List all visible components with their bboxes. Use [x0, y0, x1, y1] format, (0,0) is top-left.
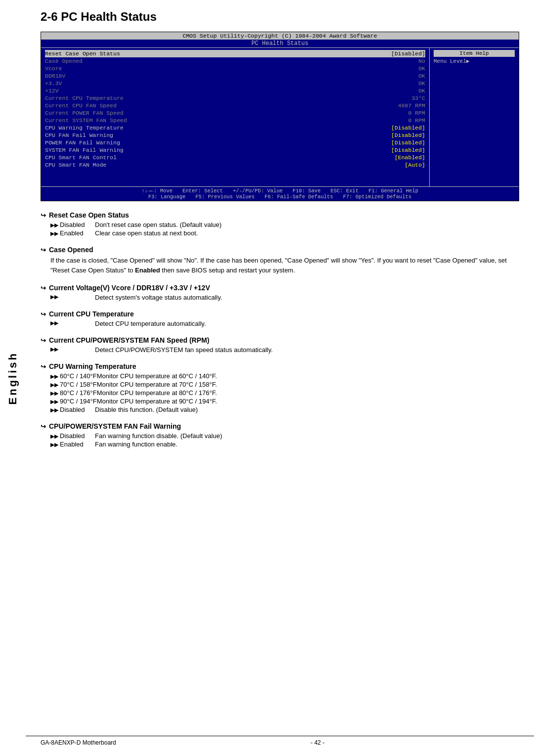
bios-row-value-15: [Auto]: [405, 162, 425, 168]
bios-row-2[interactable]: Vcore OK: [45, 65, 425, 72]
english-sidebar: English: [0, 0, 26, 756]
bios-row-label-8: Current POWER FAN Speed: [45, 110, 124, 116]
double-arrow-cpu-temp: ▶▶: [50, 320, 58, 326]
section-reset-case: ↪ Reset Case Open Status ▶▶ Disabled Don…: [41, 211, 519, 237]
desc-text-disabled-temp: Disable this function. (Default value): [95, 406, 519, 413]
section-voltage-title-text: Current Voltage(V) Vcore / DDR18V / +3.3…: [49, 284, 210, 292]
bios-row-label-14: CPU Smart FAN Control: [45, 154, 117, 161]
nav-language: F3: Language: [148, 194, 186, 200]
double-arrow-fan-enabled: ▶▶: [50, 442, 58, 448]
bios-row-12[interactable]: POWER FAN Fail Warning [Disabled]: [45, 139, 425, 146]
nav-exit: ESC: Exit: [330, 188, 358, 194]
bios-title-bar: CMOS Setup Utility-Copyright (C) 1984-20…: [41, 32, 519, 40]
bios-row-0[interactable]: Reset Case Open Status [Disabled]: [45, 50, 425, 57]
desc-item-70c: ▶▶ 70°C / 158°F Monitor CPU temperature …: [50, 381, 519, 388]
bios-row-value-4: OK: [418, 80, 425, 87]
desc-bullet-voltage: ▶▶: [50, 294, 95, 301]
bullet-label-disabled-temp: Disabled: [60, 406, 85, 413]
desc-bullet-enabled: ▶▶ Enabled: [50, 229, 95, 237]
bios-nav-row-2: F3: Language F5: Previous Values F6: Fai…: [45, 194, 515, 200]
section-cpu-temp-title-text: Current CPU Temperature: [49, 310, 134, 318]
bios-row-5[interactable]: +12V OK: [45, 87, 425, 94]
bios-row-label-5: +12V: [45, 88, 59, 94]
bios-main-panel: Reset Case Open Status [Disabled] Case O…: [41, 48, 430, 186]
bios-row-label-13: SYSTEM FAN Fail Warning: [45, 147, 124, 153]
desc-text-70c: Monitor CPU temperature at 70°C / 158°F.: [97, 381, 519, 388]
section-cpu-temp-arrow: ↪: [41, 311, 46, 318]
desc-bullet-80c: ▶▶ 80°C / 176°F: [50, 389, 97, 397]
bios-row-7[interactable]: Current CPU FAN Speed 4687 RPM: [45, 102, 425, 109]
double-arrow-70c: ▶▶: [50, 382, 58, 388]
desc-text-fan-enabled: Fan warning function enable.: [95, 441, 519, 448]
desc-bullet-fan-disabled: ▶▶ Disabled: [50, 432, 95, 440]
bios-row-13[interactable]: SYSTEM FAN Fail Warning [Disabled]: [45, 146, 425, 154]
english-label: English: [6, 352, 19, 404]
desc-item-80c: ▶▶ 80°C / 176°F Monitor CPU temperature …: [50, 389, 519, 397]
bios-help-panel: Item Help Menu Level▶: [430, 48, 519, 186]
nav-help: F1: General Help: [368, 188, 418, 194]
bios-row-value-12: [Disabled]: [391, 139, 425, 146]
bios-row-1[interactable]: Case Opened No: [45, 57, 425, 65]
bios-row-value-14: [Enabled]: [395, 154, 425, 161]
bullet-label-80c: 80°C / 176°F: [60, 389, 97, 397]
bios-help-title: Item Help: [434, 50, 515, 57]
section-fan-fail: ↪ CPU/POWER/SYSTEM FAN Fail Warning ▶▶ D…: [41, 422, 519, 448]
bios-row-14[interactable]: CPU Smart FAN Control [Enabled]: [45, 154, 425, 161]
bullet-label-60c: 60°C / 140°F: [60, 372, 97, 380]
bios-row-8[interactable]: Current POWER FAN Speed 0 RPM: [45, 109, 425, 117]
section-case-title-text: Case Opened: [49, 246, 93, 254]
section-case-arrow-icon: ↪: [41, 246, 46, 254]
bios-row-label-1: Case Opened: [45, 58, 83, 64]
bios-row-label-15: CPU Smart FAN Mode: [45, 162, 106, 168]
desc-item-disabled: ▶▶ Disabled Don't reset case open status…: [50, 221, 519, 228]
desc-item-60c: ▶▶ 60°C / 140°F Monitor CPU temperature …: [50, 372, 519, 380]
bios-row-value-3: OK: [418, 73, 425, 79]
double-arrow-voltage: ▶▶: [50, 294, 58, 300]
desc-bullet-fan-speed: ▶▶: [50, 346, 95, 354]
bios-row-value-2: OK: [418, 65, 425, 72]
bios-body: Reset Case Open Status [Disabled] Case O…: [41, 48, 519, 186]
bios-row-value-1: No: [418, 58, 425, 64]
section-fan-speed-title-text: Current CPU/POWER/SYSTEM FAN Speed (RPM): [49, 336, 209, 344]
desc-item-fan-enabled: ▶▶ Enabled Fan warning function enable.: [50, 441, 519, 448]
section-fan-fail-arrow: ↪: [41, 423, 46, 430]
bios-row-label-3: DDR18V: [45, 73, 65, 79]
desc-bullet-disabled: ▶▶ Disabled: [50, 221, 95, 228]
desc-bullet-cpu-temp: ▶▶: [50, 320, 95, 327]
bios-row-11[interactable]: CPU FAN Fail Warning [Disabled]: [45, 132, 425, 139]
bios-row-label-11: CPU FAN Fail Warning: [45, 132, 113, 138]
nav-prev: F5: Previous Values: [195, 194, 255, 200]
bios-row-15[interactable]: CPU Smart FAN Mode [Auto]: [45, 161, 425, 169]
bios-row-10[interactable]: CPU Warning Temperature [Disabled]: [45, 124, 425, 132]
double-arrow-icon-2: ▶▶: [50, 230, 58, 237]
desc-bullet-60c: ▶▶ 60°C / 140°F: [50, 372, 97, 380]
section-fan-fail-title-text: CPU/POWER/SYSTEM FAN Fail Warning: [49, 422, 181, 430]
bios-row-value-5: OK: [418, 88, 425, 94]
bios-row-value-9: 0 RPM: [408, 117, 425, 124]
bios-row-9[interactable]: Current SYSTEM FAN Speed 0 RPM: [45, 117, 425, 124]
nav-move: ↑↓→←: Move: [141, 188, 173, 194]
bios-row-label-2: Vcore: [45, 65, 62, 72]
double-arrow-disabled-temp: ▶▶: [50, 407, 58, 413]
desc-bullet-70c: ▶▶ 70°C / 158°F: [50, 381, 97, 388]
section-cpu-warning-arrow: ↪: [41, 363, 46, 370]
desc-text-enabled: Clear case open status at next boot.: [95, 229, 519, 237]
bullet-label-90c: 90°C / 194°F: [60, 398, 97, 405]
desc-text-disabled: Don't reset case open status. (Default v…: [95, 221, 519, 228]
case-opened-para: If the case is closed, "Case Opened" wil…: [50, 256, 519, 275]
section-voltage-arrow: ↪: [41, 284, 46, 292]
bios-row-4[interactable]: +3.3V OK: [45, 80, 425, 87]
bios-row-3[interactable]: DDR18V OK: [45, 72, 425, 80]
bios-screen: CMOS Setup Utility-Copyright (C) 1984-20…: [41, 32, 519, 201]
section-fan-speed-title: ↪ Current CPU/POWER/SYSTEM FAN Speed (RP…: [41, 336, 519, 344]
section-voltage-title: ↪ Current Voltage(V) Vcore / DDR18V / +3…: [41, 284, 519, 292]
desc-item-fan-speed: ▶▶ Detect CPU/POWER/SYSTEM fan speed sta…: [50, 346, 519, 354]
bios-row-label-0: Reset Case Open Status: [45, 50, 120, 57]
bullet-label-fan-disabled: Disabled: [60, 432, 85, 440]
bios-nav-bar: ↑↓→←: Move Enter: Select +/-/PU/PD: Valu…: [41, 186, 519, 201]
desc-text-60c: Monitor CPU temperature at 60°C / 140°F.: [97, 372, 519, 380]
desc-text-80c: Monitor CPU temperature at 80°C / 176°F.: [97, 389, 519, 397]
desc-item-enabled: ▶▶ Enabled Clear case open status at nex…: [50, 229, 519, 237]
double-arrow-90c: ▶▶: [50, 399, 58, 405]
bios-row-6[interactable]: Current CPU Temperature 33°C: [45, 94, 425, 102]
